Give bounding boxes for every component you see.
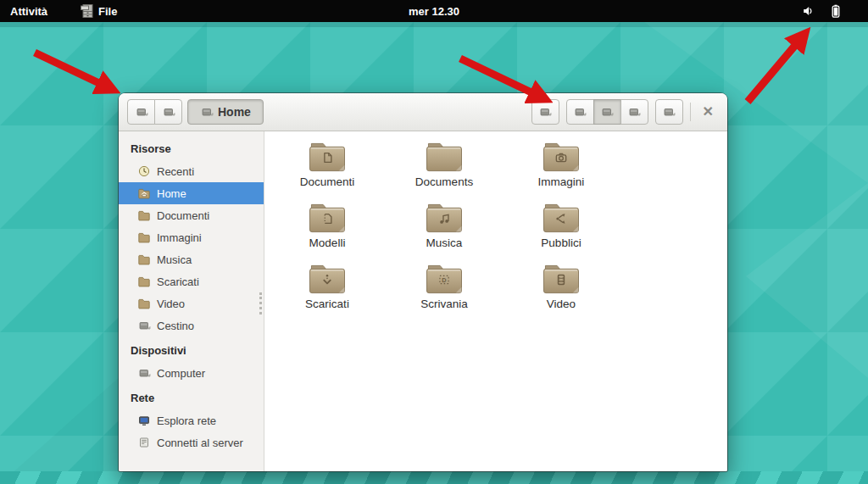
- back-button[interactable]: [127, 99, 155, 125]
- sidebar-item-documenti[interactable]: Documenti: [119, 204, 264, 226]
- sidebar-scrollbar-indicator[interactable]: [257, 292, 262, 314]
- sidebar-section: Risorse Recenti Home Documenti Immagini …: [119, 135, 264, 337]
- sidebar-item-label: Musica: [157, 253, 192, 266]
- network-icon: [137, 414, 151, 427]
- generic-icon: [137, 366, 151, 380]
- nav-button-group: [127, 99, 182, 125]
- folder-icon: [422, 201, 466, 236]
- folder-icon: [305, 140, 349, 175]
- sidebar-item-label: Immagini: [157, 231, 202, 244]
- activities-button[interactable]: Attività: [0, 5, 58, 18]
- menu-button[interactable]: [655, 99, 683, 125]
- folder-item-scrivania[interactable]: Scrivania: [393, 262, 495, 313]
- view-options-button[interactable]: [620, 99, 648, 125]
- folder-icon: [137, 209, 151, 222]
- folder-label: Documents: [415, 175, 473, 188]
- folder-label: Pubblici: [541, 236, 581, 249]
- folder-item-immagini[interactable]: Immagini: [510, 140, 612, 191]
- folder-icon: [539, 140, 583, 175]
- view-grid-button[interactable]: [566, 99, 594, 125]
- sidebar-item-home[interactable]: Home: [119, 182, 264, 204]
- view-options-icon: [627, 105, 641, 119]
- sidebar-item-list: Recenti Home Documenti Immagini Musica S…: [119, 160, 264, 337]
- generic-icon: [137, 319, 151, 332]
- view-list-button[interactable]: [593, 99, 621, 125]
- sidebar-item-label: Esplora rete: [157, 414, 216, 427]
- close-button[interactable]: ✕: [698, 103, 719, 120]
- nav-back-icon: [135, 105, 148, 119]
- folder-item-modelli[interactable]: Modelli: [276, 201, 378, 252]
- sidebar-item-video[interactable]: Video: [119, 292, 264, 314]
- sidebar-item-immagini[interactable]: Immagini: [119, 226, 264, 248]
- sidebar-sections: Risorse Recenti Home Documenti Immagini …: [119, 135, 264, 453]
- nav-forward-icon: [162, 105, 175, 119]
- wallpaper-bottom-stripes: [0, 471, 868, 484]
- folder-icon: [305, 262, 349, 297]
- folder-icon: [539, 262, 583, 297]
- system-status-area[interactable]: [802, 4, 868, 19]
- folder-item-pubblici[interactable]: Pubblici: [510, 201, 612, 252]
- sidebar-item-esplora-rete[interactable]: Esplora rete: [119, 409, 264, 431]
- view-button-group: [566, 99, 648, 125]
- folder-item-video[interactable]: Video: [510, 262, 612, 313]
- sidebar-item-label: Scaricati: [157, 275, 199, 288]
- location-button-home[interactable]: Home: [187, 99, 264, 125]
- sidebar-item-label: Connetti al server: [157, 437, 243, 449]
- recent-icon: [137, 164, 151, 178]
- sidebar-item-connetti-al-server[interactable]: Connetti al server: [119, 431, 264, 453]
- forward-button[interactable]: [154, 99, 182, 125]
- sidebar: Risorse Recenti Home Documenti Immagini …: [119, 131, 264, 471]
- folder-icon: [137, 297, 151, 310]
- folder-item-documenti[interactable]: Documenti: [276, 140, 378, 191]
- sidebar-section-title: Risorse: [119, 135, 264, 160]
- menu-icon: [662, 105, 676, 119]
- sidebar-item-recenti[interactable]: Recenti: [119, 160, 264, 182]
- folder-icon: [422, 262, 466, 297]
- sidebar-section-title: Dispositivi: [119, 337, 264, 362]
- folder-icon: [137, 253, 151, 266]
- sidebar-section-title: Rete: [119, 384, 264, 409]
- view-grid-icon: [573, 105, 587, 119]
- folder-item-scaricati[interactable]: Scaricati: [276, 262, 378, 313]
- search-button[interactable]: [531, 99, 559, 125]
- sidebar-item-scaricati[interactable]: Scaricati: [119, 270, 264, 292]
- sidebar-item-musica[interactable]: Musica: [119, 248, 264, 270]
- app-menu-label: File: [98, 5, 117, 18]
- sidebar-item-label: Documenti: [157, 209, 209, 222]
- folder-label: Musica: [426, 236, 463, 249]
- folder-label: Modelli: [309, 236, 346, 249]
- folder-icon: [539, 201, 583, 236]
- folder-label: Scaricati: [305, 298, 349, 310]
- sidebar-item-label: Video: [157, 298, 185, 310]
- clock[interactable]: mer 12.30: [0, 5, 868, 18]
- folder-icon: [305, 201, 349, 236]
- folder-icon: [137, 231, 151, 244]
- folder-label: Immagini: [538, 175, 585, 188]
- view-list-icon: [600, 105, 614, 119]
- file-manager-app-icon: [80, 3, 95, 19]
- folder-item-musica[interactable]: Musica: [393, 201, 495, 252]
- folder-icon: [422, 140, 466, 175]
- home-icon: [137, 186, 151, 200]
- titlebar-separator: [690, 103, 691, 121]
- sidebar-section: Dispositivi Computer: [119, 337, 264, 384]
- sidebar-section: Rete Esplora rete Connetti al server: [119, 384, 264, 453]
- sidebar-item-cestino[interactable]: Cestino: [119, 314, 264, 337]
- battery-icon: [829, 4, 843, 19]
- folder-item-documents[interactable]: Documents: [393, 140, 495, 191]
- sidebar-item-label: Recenti: [157, 165, 194, 178]
- window-titlebar[interactable]: Home ✕: [119, 93, 727, 131]
- files-window: Home ✕: [119, 93, 727, 471]
- server-icon: [137, 436, 151, 449]
- sidebar-item-list: Computer: [119, 362, 264, 384]
- sidebar-item-computer[interactable]: Computer: [119, 362, 264, 384]
- app-menu-file[interactable]: File: [80, 3, 117, 19]
- folder-grid: Documenti Documents Immagini Mod: [264, 131, 727, 471]
- folder-icon: [200, 105, 214, 119]
- sidebar-item-label: Home: [157, 187, 186, 200]
- folder-label: Scrivania: [420, 298, 468, 310]
- folder-icon: [137, 275, 151, 288]
- top-bar: Attività File mer 12.30: [0, 0, 868, 22]
- folder-label: Video: [547, 298, 576, 310]
- close-icon: ✕: [703, 104, 714, 119]
